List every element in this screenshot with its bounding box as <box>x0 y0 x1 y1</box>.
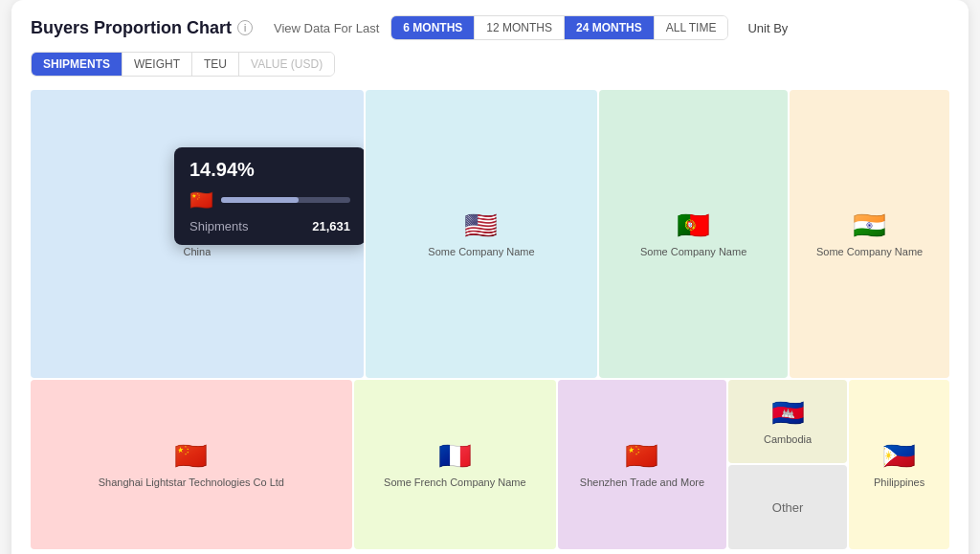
tooltip-bar-container <box>221 197 350 203</box>
btn-12months[interactable]: 12 MONTHS <box>475 16 565 39</box>
btn-24months[interactable]: 24 MONTHS <box>565 16 655 39</box>
label-india: Some Company Name <box>816 245 923 258</box>
cell-portugal[interactable]: 🇵🇹 Some Company Name <box>599 90 788 378</box>
btn-shipments[interactable]: SHIPMENTS <box>32 53 122 76</box>
tooltip-percentage: 14.94% <box>189 159 350 181</box>
label-portugal: Some Company Name <box>640 245 746 258</box>
tooltip-flag-icon: 🇨🇳 <box>189 188 213 211</box>
btn-alltime[interactable]: ALL TIME <box>655 16 728 39</box>
cell-india[interactable]: 🇮🇳 Some Company Name <box>790 90 949 378</box>
label-cambodia: Cambodia <box>764 432 812 446</box>
flag-philippines: 🇵🇭 <box>882 440 916 472</box>
cell-philippines[interactable]: 🇵🇭 Philippines <box>849 380 949 549</box>
cell-china-1[interactable]: 🇨🇳 China 14.94% 🇨🇳 Shipments 21,631 <box>31 90 364 378</box>
cell-usa[interactable]: 🇺🇸 Some Company Name <box>366 90 597 378</box>
cell-france[interactable]: 🇫🇷 Some French Company Name <box>354 380 556 549</box>
flag-india: 🇮🇳 <box>853 210 886 241</box>
label-china-1: China <box>184 245 212 258</box>
card-title: Buyers Proportion Chart i <box>31 18 253 38</box>
cell-cambodia[interactable]: 🇰🇭 Cambodia <box>728 380 847 464</box>
flag-china-2: 🇨🇳 <box>174 440 208 472</box>
card-header: Buyers Proportion Chart i View Data For … <box>31 15 949 77</box>
cell-other[interactable]: Other <box>728 465 847 549</box>
view-label: View Data For Last <box>274 21 379 35</box>
info-icon[interactable]: i <box>237 20 253 35</box>
unit-filter-group: SHIPMENTS WEIGHT TEU VALUE (USD) <box>31 52 335 77</box>
tooltip-stat-value: 21,631 <box>312 219 350 233</box>
label-france: Some French Company Name <box>384 476 526 489</box>
unit-label: Unit By <box>747 21 788 35</box>
label-other: Other <box>772 500 804 515</box>
btn-value-usd[interactable]: VALUE (USD) <box>239 53 334 76</box>
buyers-proportion-card: Buyers Proportion Chart i View Data For … <box>11 0 969 554</box>
label-usa: Some Company Name <box>428 245 534 258</box>
btn-teu[interactable]: TEU <box>192 53 239 76</box>
treemap-container: 🇨🇳 China 14.94% 🇨🇳 Shipments 21,631 <box>31 90 949 549</box>
treemap-top-row: 🇨🇳 China 14.94% 🇨🇳 Shipments 21,631 <box>31 90 949 378</box>
btn-6months[interactable]: 6 MONTHS <box>391 16 475 39</box>
flag-cambodia: 🇰🇭 <box>771 397 805 429</box>
title-text: Buyers Proportion Chart <box>31 18 232 38</box>
label-philippines: Philippines <box>874 476 924 489</box>
tooltip-flag-bar: 🇨🇳 <box>189 188 350 211</box>
flag-china-3: 🇨🇳 <box>625 440 658 472</box>
label-china-2: Shanghai Lightstar Technologies Co Ltd <box>99 476 284 489</box>
cell-china-2[interactable]: 🇨🇳 Shanghai Lightstar Technologies Co Lt… <box>31 380 352 549</box>
tooltip-stat: Shipments 21,631 <box>189 219 350 233</box>
btn-weight[interactable]: WEIGHT <box>122 53 192 76</box>
tooltip-bar-fill <box>221 197 299 203</box>
flag-france: 🇫🇷 <box>438 440 472 472</box>
time-filter-group: 6 MONTHS 12 MONTHS 24 MONTHS ALL TIME <box>390 15 728 40</box>
flag-portugal: 🇵🇹 <box>677 210 710 241</box>
tooltip-stat-label: Shipments <box>189 219 248 233</box>
flag-usa: 🇺🇸 <box>464 210 498 241</box>
tooltip: 14.94% 🇨🇳 Shipments 21,631 <box>174 147 364 245</box>
cell-china-3[interactable]: 🇨🇳 Shenzhen Trade and More <box>558 380 726 549</box>
label-china-3: Shenzhen Trade and More <box>580 476 704 489</box>
treemap-bottom-row: 🇨🇳 Shanghai Lightstar Technologies Co Lt… <box>31 380 949 549</box>
